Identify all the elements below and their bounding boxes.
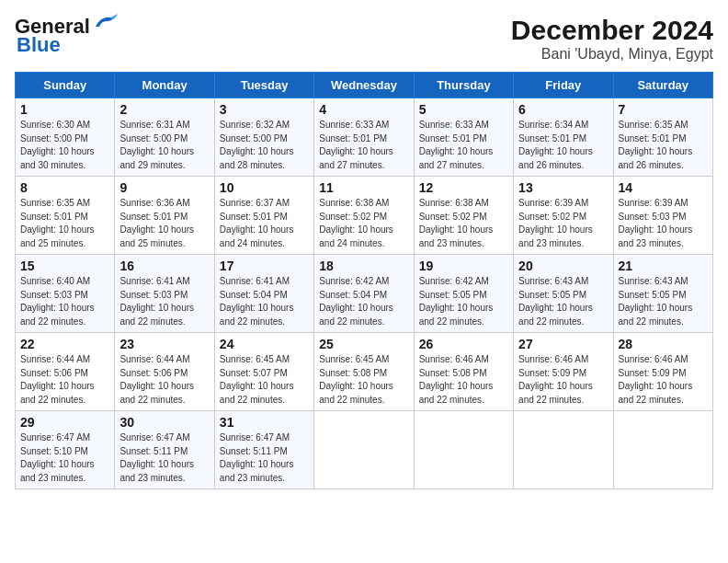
day-number: 15 [20, 259, 109, 273]
calendar-week-2: 8Sunrise: 6:35 AM Sunset: 5:01 PM Daylig… [16, 177, 713, 255]
day-number: 26 [419, 337, 508, 351]
calendar-cell: 30Sunrise: 6:47 AM Sunset: 5:11 PM Dayli… [115, 411, 214, 489]
page-header: General Blue December 2024 Bani 'Ubayd, … [15, 15, 713, 63]
day-number: 21 [619, 259, 708, 273]
day-info: Sunrise: 6:40 AM Sunset: 5:03 PM Dayligh… [20, 275, 109, 328]
day-info: Sunrise: 6:41 AM Sunset: 5:03 PM Dayligh… [119, 275, 209, 328]
calendar-cell: 24Sunrise: 6:45 AM Sunset: 5:07 PM Dayli… [214, 333, 313, 411]
day-number: 31 [220, 415, 309, 430]
day-info: Sunrise: 6:35 AM Sunset: 5:01 PM Dayligh… [619, 119, 708, 172]
calendar-cell: 29Sunrise: 6:47 AM Sunset: 5:10 PM Dayli… [16, 411, 115, 489]
day-number: 30 [119, 415, 209, 430]
day-number: 12 [419, 180, 508, 195]
calendar-cell: 3Sunrise: 6:32 AM Sunset: 5:00 PM Daylig… [214, 98, 313, 177]
day-info: Sunrise: 6:39 AM Sunset: 5:02 PM Dayligh… [518, 197, 608, 250]
day-info: Sunrise: 6:43 AM Sunset: 5:05 PM Dayligh… [518, 275, 608, 328]
day-number: 3 [220, 102, 309, 117]
calendar-cell: 16Sunrise: 6:41 AM Sunset: 5:03 PM Dayli… [115, 255, 214, 333]
calendar-cell: 17Sunrise: 6:41 AM Sunset: 5:04 PM Dayli… [214, 255, 313, 333]
day-number: 1 [20, 102, 109, 117]
day-number: 19 [419, 259, 508, 273]
day-number: 16 [119, 259, 209, 273]
day-number: 17 [220, 259, 309, 273]
day-info: Sunrise: 6:46 AM Sunset: 5:08 PM Dayligh… [419, 353, 508, 407]
day-header-saturday: Saturday [613, 73, 712, 98]
day-info: Sunrise: 6:36 AM Sunset: 5:01 PM Dayligh… [119, 197, 209, 250]
day-number: 25 [319, 337, 408, 351]
day-header-sunday: Sunday [16, 73, 115, 98]
calendar-week-5: 29Sunrise: 6:47 AM Sunset: 5:10 PM Dayli… [16, 411, 713, 489]
day-info: Sunrise: 6:43 AM Sunset: 5:05 PM Dayligh… [619, 275, 708, 328]
day-info: Sunrise: 6:38 AM Sunset: 5:02 PM Dayligh… [319, 197, 408, 250]
title-block: December 2024 Bani 'Ubayd, Minya, Egypt [511, 15, 713, 63]
calendar-cell: 18Sunrise: 6:42 AM Sunset: 5:04 PM Dayli… [314, 255, 414, 333]
calendar-cell: 27Sunrise: 6:46 AM Sunset: 5:09 PM Dayli… [514, 333, 613, 411]
day-info: Sunrise: 6:45 AM Sunset: 5:07 PM Dayligh… [220, 353, 309, 407]
day-number: 10 [220, 180, 309, 195]
day-number: 6 [518, 102, 608, 117]
day-header-friday: Friday [514, 73, 613, 98]
logo-blue: Blue [17, 33, 61, 57]
day-header-wednesday: Wednesday [314, 73, 414, 98]
day-number: 24 [220, 337, 309, 351]
day-header-tuesday: Tuesday [214, 73, 313, 98]
day-number: 27 [518, 337, 608, 351]
day-number: 20 [518, 259, 608, 273]
calendar-cell [613, 411, 712, 489]
calendar-cell [514, 411, 613, 489]
logo-bird-icon [92, 14, 118, 32]
day-info: Sunrise: 6:45 AM Sunset: 5:08 PM Dayligh… [319, 353, 408, 407]
calendar-cell: 14Sunrise: 6:39 AM Sunset: 5:03 PM Dayli… [613, 177, 712, 255]
day-number: 9 [119, 180, 209, 195]
day-info: Sunrise: 6:46 AM Sunset: 5:09 PM Dayligh… [619, 353, 708, 407]
calendar-week-3: 15Sunrise: 6:40 AM Sunset: 5:03 PM Dayli… [16, 255, 713, 333]
calendar-cell: 19Sunrise: 6:42 AM Sunset: 5:05 PM Dayli… [414, 255, 513, 333]
day-number: 5 [419, 102, 508, 117]
day-info: Sunrise: 6:44 AM Sunset: 5:06 PM Dayligh… [119, 353, 209, 407]
day-info: Sunrise: 6:44 AM Sunset: 5:06 PM Dayligh… [20, 353, 109, 407]
calendar-cell: 21Sunrise: 6:43 AM Sunset: 5:05 PM Dayli… [613, 255, 712, 333]
day-info: Sunrise: 6:33 AM Sunset: 5:01 PM Dayligh… [319, 119, 408, 172]
day-info: Sunrise: 6:39 AM Sunset: 5:03 PM Dayligh… [619, 197, 708, 250]
calendar-cell: 23Sunrise: 6:44 AM Sunset: 5:06 PM Dayli… [115, 333, 214, 411]
calendar-cell: 22Sunrise: 6:44 AM Sunset: 5:06 PM Dayli… [16, 333, 115, 411]
calendar-header-row: SundayMondayTuesdayWednesdayThursdayFrid… [16, 73, 713, 98]
day-number: 4 [319, 102, 408, 117]
calendar-subtitle: Bani 'Ubayd, Minya, Egypt [511, 46, 713, 63]
day-info: Sunrise: 6:46 AM Sunset: 5:09 PM Dayligh… [518, 353, 608, 407]
calendar-cell: 6Sunrise: 6:34 AM Sunset: 5:01 PM Daylig… [514, 98, 613, 177]
logo: General Blue [15, 15, 118, 57]
day-number: 23 [119, 337, 209, 351]
calendar-cell: 15Sunrise: 6:40 AM Sunset: 5:03 PM Dayli… [16, 255, 115, 333]
day-number: 28 [619, 337, 708, 351]
day-info: Sunrise: 6:35 AM Sunset: 5:01 PM Dayligh… [20, 197, 109, 250]
day-number: 7 [619, 102, 708, 117]
calendar-week-1: 1Sunrise: 6:30 AM Sunset: 5:00 PM Daylig… [16, 98, 713, 177]
calendar-cell: 20Sunrise: 6:43 AM Sunset: 5:05 PM Dayli… [514, 255, 613, 333]
calendar-cell: 5Sunrise: 6:33 AM Sunset: 5:01 PM Daylig… [414, 98, 513, 177]
calendar-cell: 26Sunrise: 6:46 AM Sunset: 5:08 PM Dayli… [414, 333, 513, 411]
day-info: Sunrise: 6:31 AM Sunset: 5:00 PM Dayligh… [119, 119, 209, 172]
calendar-title: December 2024 [511, 15, 713, 46]
day-number: 13 [518, 180, 608, 195]
day-info: Sunrise: 6:33 AM Sunset: 5:01 PM Dayligh… [419, 119, 508, 172]
day-number: 22 [20, 337, 109, 351]
calendar-table: SundayMondayTuesdayWednesdayThursdayFrid… [15, 72, 713, 489]
day-info: Sunrise: 6:47 AM Sunset: 5:10 PM Dayligh… [20, 431, 109, 485]
day-info: Sunrise: 6:47 AM Sunset: 5:11 PM Dayligh… [220, 431, 309, 485]
calendar-cell: 8Sunrise: 6:35 AM Sunset: 5:01 PM Daylig… [16, 177, 115, 255]
day-info: Sunrise: 6:42 AM Sunset: 5:05 PM Dayligh… [419, 275, 508, 328]
day-info: Sunrise: 6:47 AM Sunset: 5:11 PM Dayligh… [119, 431, 209, 485]
day-info: Sunrise: 6:41 AM Sunset: 5:04 PM Dayligh… [220, 275, 309, 328]
calendar-cell: 13Sunrise: 6:39 AM Sunset: 5:02 PM Dayli… [514, 177, 613, 255]
day-header-monday: Monday [115, 73, 214, 98]
calendar-cell: 10Sunrise: 6:37 AM Sunset: 5:01 PM Dayli… [214, 177, 313, 255]
day-info: Sunrise: 6:37 AM Sunset: 5:01 PM Dayligh… [220, 197, 309, 250]
calendar-cell: 2Sunrise: 6:31 AM Sunset: 5:00 PM Daylig… [115, 98, 214, 177]
calendar-cell: 7Sunrise: 6:35 AM Sunset: 5:01 PM Daylig… [613, 98, 712, 177]
day-number: 2 [119, 102, 209, 117]
calendar-cell: 25Sunrise: 6:45 AM Sunset: 5:08 PM Dayli… [314, 333, 414, 411]
day-number: 14 [619, 180, 708, 195]
day-number: 29 [20, 415, 109, 430]
calendar-cell: 4Sunrise: 6:33 AM Sunset: 5:01 PM Daylig… [314, 98, 414, 177]
